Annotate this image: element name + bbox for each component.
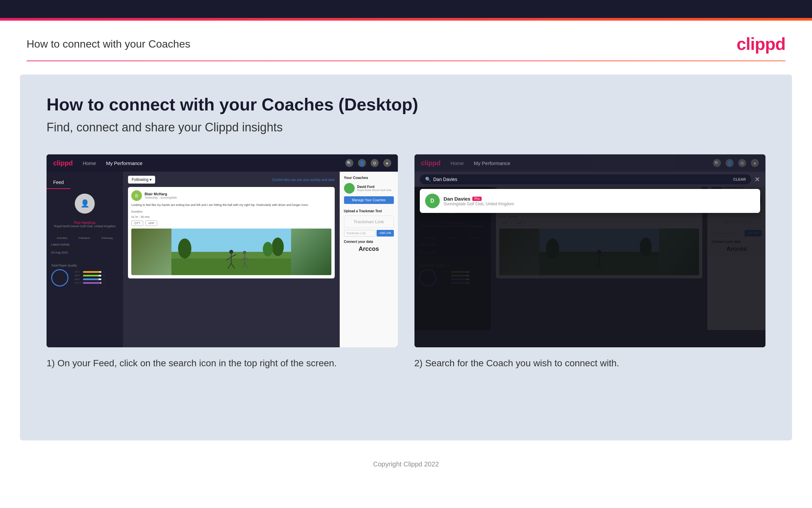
- app-nav-home: Home: [83, 160, 96, 166]
- post-author-sub: Yesterday · Sunningdale: [145, 196, 177, 199]
- step-2-text: 2) Search for the Coach you wish to conn…: [415, 356, 766, 370]
- user-location: Royal North Devon Golf Club, United King…: [51, 224, 118, 228]
- search-nav-icon-2[interactable]: 🔍: [713, 159, 721, 167]
- perf-bars: OTT 90 APP 85: [75, 270, 106, 285]
- app-nav-home-2: Home: [450, 160, 464, 166]
- manage-coaches-btn[interactable]: Manage Your Coaches: [344, 196, 394, 204]
- app-sidebar-1: Feed 👤 Blair McHarg Plus Handicap Royal …: [47, 172, 123, 347]
- search-nav-icon[interactable]: 🔍: [345, 159, 353, 167]
- search-input-container[interactable]: 🔍 Dan Davies CLEAR: [420, 174, 752, 184]
- stat-following: 4 Following: [101, 231, 113, 240]
- screenshot-1: clippd Home My Performance 🔍 👤 ⚙ ● Feed: [47, 154, 398, 347]
- search-results-dropdown: D Dan Davies Pro Sunningdale Golf Club, …: [420, 189, 761, 213]
- app-nav-2: clippd Home My Performance 🔍 👤 ⚙ ●: [415, 154, 766, 172]
- control-link[interactable]: Control who can see your activity and da…: [272, 178, 334, 182]
- feed-tab[interactable]: Feed: [47, 176, 70, 189]
- perf-content: 92 OTT 90 APP: [51, 269, 118, 287]
- coach-name: David Ford: [357, 185, 391, 188]
- app-body-1: Feed 👤 Blair McHarg Plus Handicap Royal …: [47, 172, 398, 347]
- search-icon: 🔍: [425, 177, 431, 182]
- perf-title: Player Performance: [51, 258, 118, 262]
- search-query[interactable]: Dan Davies: [433, 177, 731, 182]
- screenshot-col-2: clippd Home My Performance 🔍 👤 ⚙ ●: [415, 154, 766, 370]
- following-row: Following ▾ Control who can see your act…: [128, 176, 335, 184]
- activity-date: 03 Aug 2022: [51, 251, 118, 254]
- svg-point-3: [178, 239, 191, 258]
- add-link-btn[interactable]: Add Link: [377, 230, 393, 237]
- coach-avatar: [344, 183, 355, 194]
- latest-activity-label: Latest Activity: [51, 243, 118, 246]
- arccos-logo: Arccos: [344, 246, 394, 253]
- screenshot-col-1: clippd Home My Performance 🔍 👤 ⚙ ● Feed: [47, 154, 398, 370]
- username: Blair McHarg: [51, 216, 118, 221]
- post-author-name: Blair McHarg: [145, 192, 177, 196]
- post-author-info: Blair McHarg Yesterday · Sunningdale: [145, 192, 177, 199]
- result-name: Dan Davies: [444, 196, 471, 202]
- post-tags: OTT APP: [131, 220, 331, 226]
- search-bar: 🔍 Dan Davies CLEAR ✕: [415, 172, 766, 187]
- post-body: Looking to feel like my hands are exitin…: [131, 203, 331, 207]
- following-button[interactable]: Following ▾: [128, 176, 155, 184]
- step-2-number: 2): [415, 358, 423, 368]
- header: How to connect with your Coaches clippd: [0, 20, 812, 60]
- svg-point-4: [272, 238, 284, 256]
- user-profile: 👤 Blair McHarg Plus Handicap Royal North…: [47, 189, 123, 287]
- search-close-btn[interactable]: ✕: [755, 175, 760, 183]
- tag-ott: OTT: [131, 220, 143, 226]
- main-title: How to connect with your Coaches (Deskto…: [47, 94, 765, 115]
- user-nav-icon[interactable]: 👤: [358, 159, 366, 167]
- search-clear-btn[interactable]: CLEAR: [733, 177, 746, 181]
- coach-info: David Ford Royal North Devon Golf Club: [357, 185, 391, 192]
- connect-title: Connect your data: [344, 240, 394, 244]
- user-nav-icon-2[interactable]: 👤: [726, 159, 733, 167]
- stat-followers: 3 Followers: [79, 231, 90, 240]
- trackman-input-row: Trackman Link Add Link: [344, 230, 394, 237]
- screenshot-2: clippd Home My Performance 🔍 👤 ⚙ ●: [415, 154, 766, 347]
- app-nav-1: clippd Home My Performance 🔍 👤 ⚙ ●: [47, 154, 398, 172]
- performance-section: Player Performance Total Player Quality …: [51, 258, 118, 287]
- result-badge: Pro: [472, 197, 482, 201]
- stat-activities: 131 Activities: [57, 231, 67, 240]
- step-2-body: Search for the Coach you wish to connect…: [425, 358, 619, 368]
- user-avatar: 👤: [75, 194, 95, 214]
- page-title: How to connect with your Coaches: [27, 38, 190, 50]
- app-body-2-wrap: Feed 👤 Blair McHarg Plus Handicap Royal …: [415, 172, 766, 347]
- header-divider: [27, 60, 785, 61]
- feed-center: Following ▾ Control who can see your act…: [123, 172, 340, 347]
- trackman-placeholder: Trackman Link: [348, 219, 390, 224]
- bar-arg: ARG 86: [75, 278, 106, 281]
- result-info: Dan Davies Pro Sunningdale Golf Club, Un…: [444, 196, 514, 206]
- settings-nav-icon[interactable]: ⚙: [371, 159, 379, 167]
- svg-point-5: [263, 242, 273, 256]
- top-gradient: [0, 18, 812, 20]
- post-duration-value: 01 hr : 30 min: [131, 215, 331, 219]
- bar-ott: OTT 90: [75, 270, 106, 273]
- coach-row: David Ford Royal North Devon Golf Club: [344, 183, 394, 194]
- bar-app: APP 85: [75, 274, 106, 277]
- settings-nav-icon-2[interactable]: ⚙: [738, 159, 746, 167]
- step-1-text: 1) On your Feed, click on the search ico…: [47, 356, 398, 370]
- svg-point-6: [229, 250, 233, 254]
- app-nav-performance: My Performance: [106, 160, 143, 166]
- main-content: How to connect with your Coaches (Deskto…: [20, 75, 792, 440]
- step-1-body: On your Feed, click on the search icon i…: [57, 358, 337, 368]
- avatar-nav-icon-2[interactable]: ●: [751, 159, 759, 167]
- activity-name: Lesson with Fordy: [51, 247, 118, 251]
- app-nav-perf-2: My Performance: [474, 160, 510, 166]
- step-1-number: 1): [47, 358, 55, 368]
- search-result-row[interactable]: D Dan Davies Pro Sunningdale Golf Club, …: [425, 194, 755, 208]
- logo: clippd: [736, 34, 785, 54]
- svg-point-12: [243, 251, 246, 254]
- bar-putt: PUTT 96: [75, 282, 106, 285]
- trackman-input[interactable]: Trackman Link: [344, 230, 376, 237]
- coaches-title: Your Coaches: [344, 176, 394, 180]
- perf-subtitle: Total Player Quality: [51, 264, 118, 267]
- copyright: Copyright Clippd 2022: [373, 460, 439, 468]
- avatar-nav-icon[interactable]: ●: [383, 159, 391, 167]
- upload-title: Upload a Trackman Test: [344, 209, 394, 213]
- right-panel-1: Your Coaches David Ford Royal North Devo…: [340, 172, 398, 347]
- app-nav-logo-2: clippd: [421, 159, 441, 167]
- trackman-box: Trackman Link: [344, 216, 394, 228]
- app-nav-logo: clippd: [53, 159, 73, 167]
- tag-app: APP: [145, 220, 157, 226]
